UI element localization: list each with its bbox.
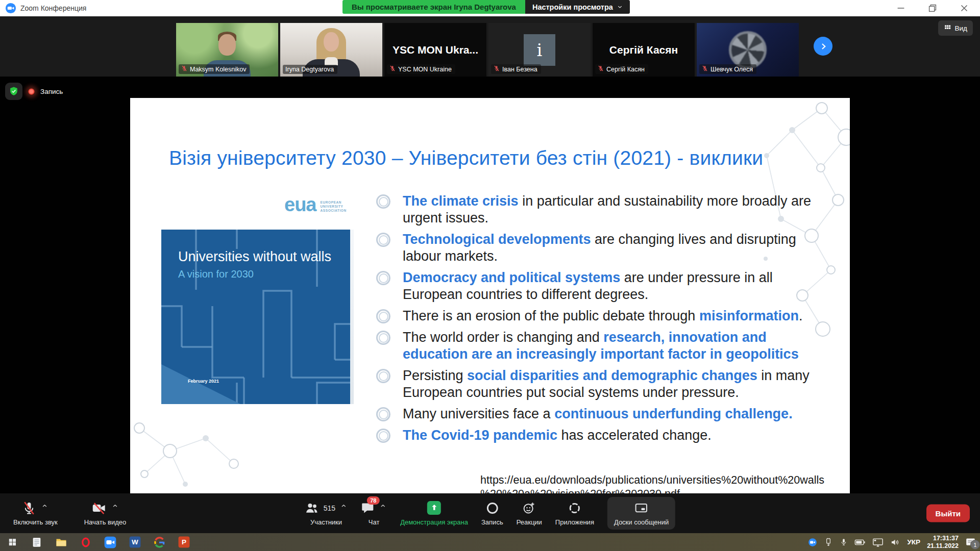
participant-name: Maksym Kolesnikov [190,66,246,73]
windows-taskbar: WP УКР 17:31:37 21.11.2022 1 [0,533,980,551]
toolbar-button-record[interactable]: Запись [481,501,503,526]
next-participants-button[interactable] [814,37,832,56]
taskbar-clock[interactable]: 17:31:37 21.11.2022 [927,535,959,550]
bullet-text: The climate crisis in particular and sus… [403,193,835,227]
eua-logo-subtext: EUROPEAN UNIVERSITY ASSOCIATION [320,201,346,212]
taskbar-explorer-button[interactable] [49,533,74,551]
bullet-item: The climate crisis in particular and sus… [376,193,837,227]
tray-battery-icon[interactable] [854,537,866,548]
tray-speaker-icon[interactable] [890,537,900,547]
meeting-toolbar: Включить звукНачать видео 515Участники78… [0,493,980,533]
bullet-list: The climate crisis in particular and sus… [376,193,837,448]
bullet-circle-icon [376,367,403,401]
caret-up-icon[interactable] [340,502,348,510]
tray-display-icon[interactable] [872,537,884,548]
participant-tile[interactable]: Maksym Kolesnikov [176,23,278,77]
participant-name-label: Iryna Degtyarova [283,65,337,74]
tray-usb-icon[interactable] [824,538,833,547]
participant-tile[interactable]: Шевчук Олеся [697,23,799,77]
participant-name: Сергій Касян [606,66,645,73]
zoom-logo-icon [5,3,16,14]
eua-logo: eua EUROPEAN UNIVERSITY ASSOCIATION [284,197,347,212]
toolbar-button-mic-muted[interactable]: Включить звук [13,501,58,526]
toolbar-button-icon-row [91,501,119,515]
tray-microphone-icon[interactable] [840,538,848,546]
minimize-button[interactable] [885,0,917,16]
bullet-text: Many universities face a continuous unde… [403,406,835,422]
taskbar-date: 21.11.2022 [927,542,959,550]
bullet-item: Many universities face a continuous unde… [376,406,837,422]
toolbar-button-label: Демонстрация экрана [400,518,468,526]
chat-icon: 78 [361,501,375,515]
view-layout-button[interactable]: Вид [938,20,973,36]
taskbar-powerpoint-button[interactable]: P [172,533,196,551]
window-controls [885,0,980,16]
bullet-text: The Covid-19 pandemic has accelerated ch… [403,427,835,444]
view-options-label: Настройки просмотра [532,3,613,11]
bullet-text: The world order is changing and research… [403,329,835,363]
source-link: https://eua.eu/downloads/publications/un… [480,473,824,493]
view-button-label: Вид [955,24,967,32]
eua-sub-line: UNIVERSITY [320,205,346,208]
view-options-button[interactable]: Настройки просмотра [525,0,630,14]
language-indicator[interactable]: УКР [907,538,920,546]
unread-badge: 78 [367,496,379,505]
mic-muted-icon [181,65,187,73]
participant-tile[interactable]: іІван Безена [488,23,591,77]
restore-button[interactable] [917,0,948,16]
taskbar-opera-button[interactable] [74,533,98,551]
participant-tiles: Maksym KolesnikovIryna DegtyarovaYSC MON… [176,23,799,77]
toolbar-button-participants[interactable]: 515Участники [305,501,348,526]
participant-tile[interactable]: Iryna Degtyarova [280,23,382,77]
participant-tile[interactable]: Сергій КасянСергій Касян [593,23,695,77]
source-link-line1: https://eua.eu/downloads/publications/un… [480,473,824,487]
bullet-circle-icon [376,329,403,363]
leave-meeting-button[interactable]: Выйти [926,505,970,522]
toolbar-button-share-screen[interactable]: Демонстрация экрана [400,501,468,526]
close-button[interactable] [948,0,980,16]
bullet-circle-icon [376,269,403,303]
taskbar-left: WP [0,533,196,551]
taskbar-zoom-app-button[interactable] [98,533,122,551]
participant-name: Іван Безена [502,66,537,73]
toolbar-button-whiteboard[interactable]: Доски сообщений [607,497,675,530]
bullet-item: There is an erosion of the public debate… [376,308,837,324]
bullet-text: Persisting social disparities and demogr… [403,367,835,401]
participant-tile[interactable]: YSC MON Ukra...YSC MON Ukraine [384,23,486,77]
toolbar-button-icon-row [22,501,48,515]
tray-zoom-mini-icon[interactable] [808,538,817,547]
toolbar-button-apps[interactable]: Приложения [555,501,594,526]
source-link-line2: %20%20a%20vision%20for%202030.pdf [480,487,824,493]
notification-center-button[interactable]: 1 [965,537,976,547]
bullet-text: Democracy and political systems are unde… [403,269,835,303]
mic-muted-icon [494,65,500,73]
book-date: February 2021 [188,379,219,384]
bullet-circle-icon [376,427,403,444]
toolbar-button-reactions[interactable]: Реакции [517,501,542,526]
system-tray: УКР 17:31:37 21.11.2022 1 [808,533,976,551]
eua-sub-line: ASSOCIATION [320,209,346,212]
recording-dot-icon [28,88,35,95]
taskbar-word-button[interactable]: W [122,533,147,551]
toolbar-button-camera-muted[interactable]: Начать видео [84,501,127,526]
book-cover-triangle [161,364,240,404]
caret-up-icon[interactable] [41,502,48,510]
participant-name: Iryna Degtyarova [285,66,334,73]
taskbar-google-button[interactable] [147,533,172,551]
taskbar-notepad-button[interactable] [24,533,49,551]
toolbar-button-chat[interactable]: 78Чат [361,501,387,526]
taskbar-start-button[interactable] [0,533,24,551]
slide-title: Візія університету 2030 – Університети б… [169,147,763,169]
svg-text:P: P [181,539,186,546]
book-title: Universities without walls [178,249,331,265]
shared-screen-stage: Запись [0,77,980,493]
share-screen-icon [427,501,441,515]
toolbar-center-group: 515Участники78ЧатДемонстрация экранаЗапи… [305,493,675,533]
toolbar-button-label: Запись [481,518,503,526]
caret-up-icon[interactable] [111,502,119,510]
participant-name: YSC MON Ukraine [398,66,452,73]
participant-name-label: Maksym Kolesnikov [179,64,250,74]
whiteboard-icon [634,502,648,515]
caret-up-icon[interactable] [379,502,387,510]
grid-view-icon [944,23,951,33]
